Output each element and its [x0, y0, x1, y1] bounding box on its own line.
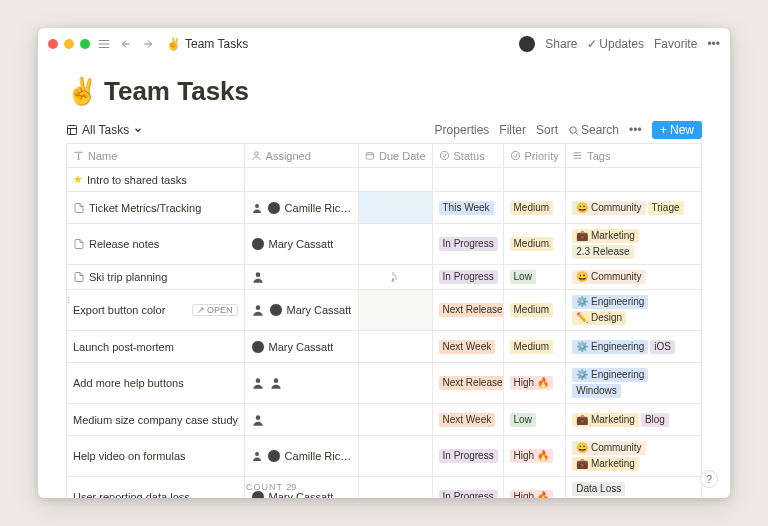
cell-assigned[interactable]: Mary Cassatt [251, 303, 353, 317]
cell-name[interactable]: Export button color↗ OPEN [73, 304, 238, 316]
breadcrumb[interactable]: ✌️ Team Tasks [166, 37, 248, 51]
cell-name[interactable]: Release notes [73, 238, 238, 250]
cell-name[interactable]: User reporting data loss [73, 491, 238, 498]
table-row[interactable]: Medium size company case studyNext WeekL… [67, 404, 702, 436]
tag-pill[interactable]: ⚙️ Engineering [572, 368, 648, 382]
col-header-name[interactable]: Name [67, 144, 245, 168]
share-button[interactable]: Share [545, 37, 577, 51]
sort-button[interactable]: Sort [536, 123, 558, 137]
forward-button[interactable] [140, 36, 156, 52]
cell-assigned[interactable] [251, 376, 353, 390]
tag-pill[interactable]: 💼 Marketing [572, 413, 639, 427]
tag-pill[interactable]: iOS [650, 340, 675, 354]
table-row[interactable]: Add more help buttonsNext ReleaseHigh 🔥⚙… [67, 363, 702, 404]
tag-pill[interactable]: ⚙️ Engineering [572, 340, 648, 354]
cell-name[interactable]: ★Intro to shared tasks [73, 173, 238, 186]
help-button[interactable]: ? [700, 470, 718, 488]
cell-due[interactable] [359, 168, 432, 192]
cell-assigned[interactable]: Mary Cassatt [251, 340, 353, 354]
priority-pill[interactable]: Medium [510, 237, 554, 251]
filter-button[interactable]: Filter [499, 123, 526, 137]
maximize-window-button[interactable] [80, 39, 90, 49]
col-header-priority[interactable]: Priority [503, 144, 566, 168]
cell-name[interactable]: Launch post-mortem [73, 341, 238, 353]
cell-name[interactable]: Help video on formulas [73, 450, 238, 462]
close-window-button[interactable] [48, 39, 58, 49]
tag-pill[interactable]: 😀 Community [572, 441, 645, 455]
cell-due[interactable] [359, 331, 432, 363]
tag-pill[interactable]: ⚙️ Engineering [572, 295, 648, 309]
cell-due[interactable] [359, 224, 432, 265]
priority-pill[interactable]: Medium [510, 303, 554, 317]
menu-icon[interactable] [96, 36, 112, 52]
status-pill[interactable]: This Week [439, 201, 494, 215]
cell-due[interactable] [359, 436, 432, 477]
cell-name[interactable]: Medium size company case study [73, 414, 238, 426]
open-chip[interactable]: ↗ OPEN [192, 304, 238, 316]
properties-button[interactable]: Properties [435, 123, 490, 137]
cell-due[interactable] [359, 290, 432, 331]
cell-name[interactable]: Add more help buttons [73, 377, 238, 389]
priority-pill[interactable]: High 🔥 [510, 490, 553, 498]
cell-due-selected[interactable] [359, 192, 431, 223]
cell-due[interactable] [359, 265, 431, 289]
status-pill[interactable]: Next Week [439, 340, 496, 354]
priority-pill[interactable]: Low [510, 270, 536, 284]
priority-pill[interactable]: Low [510, 413, 536, 427]
status-pill[interactable]: In Progress [439, 449, 498, 463]
table-row[interactable]: Release notesMary CassattIn ProgressMedi… [67, 224, 702, 265]
tag-pill[interactable]: ✏️ Design [572, 311, 626, 325]
tag-pill[interactable]: 😀 Community [572, 270, 645, 284]
status-pill[interactable]: Next Release [439, 376, 504, 390]
priority-pill[interactable]: High 🔥 [510, 376, 553, 390]
search-button[interactable]: Search [568, 123, 619, 137]
tag-pill[interactable]: 💼 Marketing [572, 229, 639, 243]
status-pill[interactable]: In Progress [439, 237, 498, 251]
cell-due[interactable] [359, 404, 432, 436]
col-header-assigned[interactable]: Assigned [244, 144, 359, 168]
more-icon[interactable]: ••• [707, 37, 720, 51]
user-avatar[interactable] [519, 36, 535, 52]
cell-due[interactable] [359, 363, 432, 404]
updates-button[interactable]: ✓ Updates [587, 37, 644, 51]
table-row[interactable]: User reporting data lossMary CassattIn P… [67, 477, 702, 499]
table-row[interactable]: Help video on formulasCamille RickettsIn… [67, 436, 702, 477]
tag-pill[interactable]: 😀 Community [572, 201, 645, 215]
drag-handle-icon[interactable] [66, 294, 72, 306]
table-row[interactable]: ★Intro to shared tasks [67, 168, 702, 192]
tag-pill[interactable]: Data Loss [572, 482, 625, 496]
table-row[interactable]: Export button color↗ OPENMary CassattNex… [67, 290, 702, 331]
cell-name[interactable]: Ticket Metrics/Tracking [73, 202, 238, 214]
col-header-tags[interactable]: Tags [566, 144, 702, 168]
table-row[interactable]: Ski trip planningIn ProgressLow😀 Communi… [67, 265, 702, 290]
cell-assigned[interactable]: Camille Ricketts [251, 201, 353, 215]
priority-pill[interactable]: Medium [510, 340, 554, 354]
status-pill[interactable]: Next Release [439, 303, 504, 317]
tag-pill[interactable]: Windows [572, 384, 621, 398]
tag-pill[interactable]: 💼 Marketing [572, 457, 639, 471]
cell-assigned[interactable]: Camille Ricketts [251, 449, 353, 463]
new-button[interactable]: + New [652, 121, 702, 139]
col-header-due[interactable]: Due Date [359, 144, 432, 168]
back-button[interactable] [118, 36, 134, 52]
status-pill[interactable]: In Progress [439, 270, 498, 284]
page-icon[interactable]: ✌️ [66, 76, 98, 107]
cell-due[interactable] [359, 477, 432, 499]
priority-pill[interactable]: Medium [510, 201, 554, 215]
col-header-status[interactable]: Status [432, 144, 503, 168]
tag-pill[interactable]: Triage [648, 201, 684, 215]
more-options-button[interactable]: ••• [629, 123, 642, 137]
row-gutter-controls[interactable] [66, 294, 72, 306]
favorite-button[interactable]: Favorite [654, 37, 697, 51]
cell-assigned[interactable] [251, 413, 353, 427]
tag-pill[interactable]: 2.3 Release [572, 245, 633, 259]
status-pill[interactable]: Next Week [439, 413, 496, 427]
cell-assigned[interactable] [251, 270, 353, 284]
page-title-text[interactable]: Team Tasks [104, 76, 249, 107]
minimize-window-button[interactable] [64, 39, 74, 49]
status-pill[interactable]: In Progress [439, 490, 498, 498]
tag-pill[interactable]: Blog [641, 413, 669, 427]
table-row[interactable]: Ticket Metrics/TrackingCamille RickettsT… [67, 192, 702, 224]
cell-name[interactable]: Ski trip planning [73, 271, 238, 283]
table-row[interactable]: Launch post-mortemMary CassattNext WeekM… [67, 331, 702, 363]
